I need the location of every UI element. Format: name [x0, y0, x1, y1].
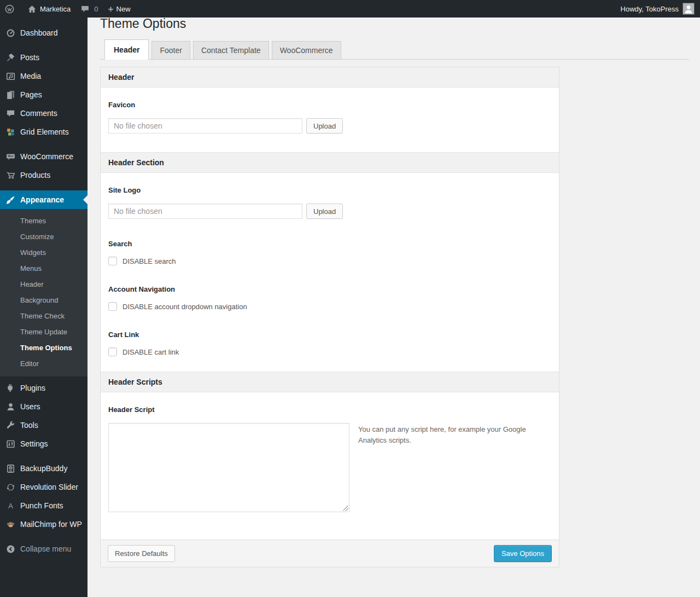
grid-elements-icon	[5, 126, 16, 137]
sidebar-item-settings[interactable]: Settings	[0, 434, 88, 453]
theme-options-panel: Header Favicon Upload Header Section Sit…	[100, 67, 559, 567]
section-header-section-title: Header Section	[101, 152, 559, 173]
site-logo-file-input[interactable]	[108, 204, 302, 219]
new-content-menu[interactable]: + New	[103, 0, 136, 18]
favicon-field: Favicon Upload	[108, 101, 551, 134]
avatar	[682, 3, 695, 15]
sidebar-item-label: Dashboard	[20, 28, 58, 37]
sidebar-item-media[interactable]: Media	[0, 67, 88, 85]
tab-contact-template[interactable]: Contact Template	[193, 41, 269, 59]
disable-search-label: DISABLE search	[122, 257, 176, 265]
backup-icon	[5, 463, 16, 474]
section-header-title: Header	[101, 67, 559, 88]
favicon-file-input[interactable]	[108, 118, 302, 134]
sidebar-item-label: BackupBuddy	[20, 464, 67, 473]
tab-woocommerce[interactable]: WooCommerce	[272, 41, 341, 59]
sidebar-item-comments[interactable]: Comments	[0, 104, 88, 123]
disable-account-nav-label: DISABLE account dropdown navigation	[122, 303, 247, 311]
collapse-arrow-icon	[5, 543, 16, 554]
appearance-submenu: Themes Customize Widgets Menus Header Ba…	[0, 209, 88, 376]
submenu-item-editor[interactable]: Editor	[0, 356, 88, 372]
sidebar-item-dashboard[interactable]: Dashboard	[0, 24, 88, 42]
sidebar-item-punch-fonts[interactable]: A Punch Fonts	[0, 496, 88, 515]
pushpin-icon	[5, 52, 16, 63]
sidebar-item-label: MailChimp for WP	[20, 520, 82, 529]
submenu-item-background[interactable]: Background	[0, 292, 88, 308]
sidebar-item-products[interactable]: Products	[0, 166, 88, 184]
sidebar-item-pages[interactable]: Pages	[0, 85, 88, 104]
wrench-icon	[5, 420, 16, 431]
menu-separator	[0, 42, 88, 48]
collapse-menu-button[interactable]: Collapse menu	[0, 540, 88, 558]
search-field: Search DISABLE search	[108, 240, 551, 265]
save-options-button[interactable]: Save Options	[494, 545, 552, 562]
cart-icon	[5, 170, 16, 181]
wordpress-logo-menu[interactable]	[0, 0, 22, 18]
comments-menu[interactable]: 0	[75, 0, 103, 18]
account-navigation-field: Account Navigation DISABLE account dropd…	[108, 285, 551, 311]
sidebar-item-mailchimp[interactable]: MailChimp for WP	[0, 515, 88, 534]
account-navigation-label: Account Navigation	[108, 285, 551, 293]
restore-defaults-button[interactable]: Restore Defaults	[108, 545, 175, 562]
disable-account-nav-checkbox[interactable]	[108, 302, 117, 311]
tab-footer[interactable]: Footer	[151, 41, 190, 59]
sidebar-item-label: Revolution Slider	[20, 483, 78, 491]
site-logo-label: Site Logo	[108, 186, 551, 194]
sidebar-item-appearance[interactable]: Appearance	[0, 190, 88, 209]
paintbrush-icon	[5, 194, 16, 205]
favicon-label: Favicon	[108, 101, 551, 109]
submenu-item-themes[interactable]: Themes	[0, 213, 88, 229]
sidebar-item-posts[interactable]: Posts	[0, 48, 88, 67]
new-label: New	[116, 5, 131, 13]
submenu-item-widgets[interactable]: Widgets	[0, 245, 88, 260]
sidebar-item-revolution-slider[interactable]: Revolution Slider	[0, 478, 88, 496]
sidebar-item-tools[interactable]: Tools	[0, 416, 88, 434]
header-script-help-text: You can put any script here, for example…	[358, 423, 529, 446]
pages-icon	[5, 89, 16, 100]
sidebar-item-plugins[interactable]: Plugins	[0, 379, 88, 397]
monkey-icon	[5, 519, 16, 530]
site-logo-upload-button[interactable]: Upload	[306, 204, 343, 219]
site-name-menu[interactable]: Marketica	[22, 0, 75, 18]
sidebar-item-label: Posts	[20, 53, 39, 62]
submenu-item-theme-update[interactable]: Theme Update	[0, 324, 88, 340]
tab-header[interactable]: Header	[104, 39, 149, 60]
disable-cart-link-checkbox[interactable]	[108, 347, 117, 356]
submenu-item-theme-options[interactable]: Theme Options	[0, 340, 88, 356]
disable-search-checkbox[interactable]	[108, 257, 117, 265]
sidebar-item-users[interactable]: Users	[0, 397, 88, 416]
sidebar-item-backupbuddy[interactable]: BackupBuddy	[0, 459, 88, 478]
woocommerce-badge-icon: Woo	[5, 151, 16, 162]
submenu-item-customize[interactable]: Customize	[0, 229, 88, 245]
header-script-textarea[interactable]	[108, 423, 349, 512]
account-menu[interactable]: Howdy, TokoPress	[616, 0, 695, 18]
sidebar-item-woocommerce[interactable]: Woo WooCommerce	[0, 147, 88, 166]
letter-a-icon: A	[5, 500, 16, 511]
sidebar-item-grid-elements[interactable]: Grid Elements	[0, 123, 88, 141]
sidebar-item-label: Plugins	[20, 384, 45, 392]
admin-bar: Marketica 0 + New Howdy, TokoPress	[0, 0, 700, 18]
sidebar-item-label: Users	[20, 402, 40, 411]
comments-count: 0	[94, 5, 98, 13]
submenu-item-menus[interactable]: Menus	[0, 260, 88, 276]
menu-separator	[0, 141, 88, 147]
sidebar-item-label: Products	[20, 171, 50, 179]
favicon-upload-button[interactable]: Upload	[306, 118, 343, 134]
menu-separator	[0, 184, 88, 190]
sidebar-item-label: Pages	[20, 90, 42, 99]
howdy-text: Howdy, TokoPress	[621, 5, 679, 13]
svg-text:Woo: Woo	[8, 155, 13, 158]
menu-separator	[0, 18, 88, 24]
home-icon	[27, 4, 37, 14]
menu-separator	[0, 534, 88, 540]
site-logo-field: Site Logo Upload	[108, 186, 551, 219]
sidebar-item-label: Media	[20, 72, 41, 80]
submenu-item-header[interactable]: Header	[0, 276, 88, 292]
sidebar-item-label: Appearance	[20, 195, 64, 204]
plus-icon: +	[108, 4, 114, 14]
cart-link-label: Cart Link	[108, 331, 551, 339]
sidebar-item-label: Grid Elements	[20, 127, 69, 136]
submenu-item-theme-check[interactable]: Theme Check	[0, 308, 88, 324]
dashboard-icon	[5, 27, 16, 38]
disable-cart-link-label: DISABLE cart link	[122, 348, 179, 356]
